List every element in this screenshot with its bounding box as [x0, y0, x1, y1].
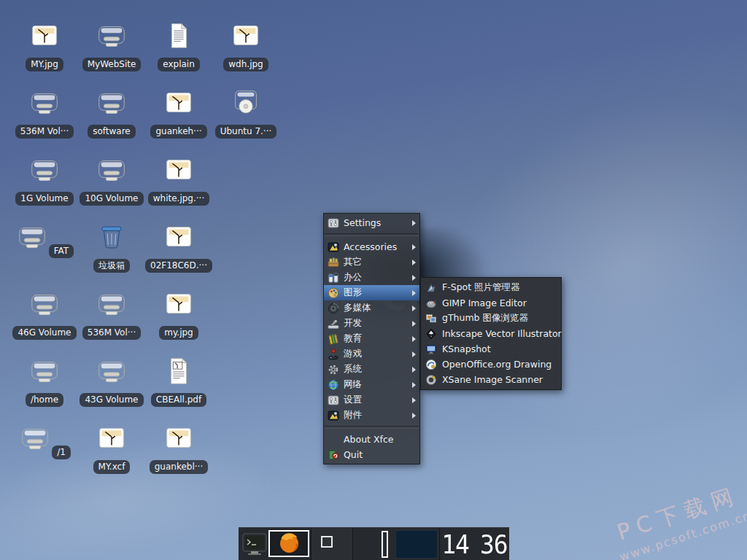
- desktop-icon-1g-volume[interactable]: 1G Volume: [11, 153, 78, 206]
- desktop-icon-label: MyWebSite: [82, 58, 142, 71]
- submenu-arrow-icon: [412, 260, 416, 265]
- desktop-icon-wdh-jpg[interactable]: wdh.jpg: [212, 19, 279, 71]
- desktop-icon-my-jpg-2[interactable]: my.jpg: [145, 287, 212, 340]
- settings-icon: [328, 394, 339, 406]
- ksnapshot-icon: [425, 343, 437, 355]
- desktop-icon-guankebl[interactable]: guankebl···: [145, 421, 212, 474]
- panel-handle[interactable]: [382, 531, 388, 558]
- desktop-icon-trash[interactable]: 垃圾箱: [78, 220, 145, 273]
- menu-item-education[interactable]: 教育: [324, 331, 419, 346]
- development-icon: [328, 318, 339, 330]
- gthumb-icon: [425, 313, 437, 324]
- games-icon: [328, 349, 339, 360]
- menu-item-settings[interactable]: Settings: [324, 215, 419, 230]
- desktop-icon-label: CBEAll.pdf: [151, 393, 206, 407]
- optical-drive-icon: [229, 86, 263, 120]
- desktop-icon-home[interactable]: /home: [11, 354, 78, 407]
- menu-item-office[interactable]: 办公: [324, 270, 419, 285]
- multimedia-icon: [328, 303, 339, 314]
- submenu-arrow-icon: [412, 367, 416, 373]
- desktop-icon-fat[interactable]: FAT: [11, 220, 78, 258]
- desktop-icon-label: /home: [26, 393, 63, 407]
- terminal-launcher-icon[interactable]: [241, 531, 268, 557]
- menu-item-quit[interactable]: Quit: [324, 447, 419, 462]
- submenu-arrow-icon: [412, 336, 416, 342]
- menu-item-multimedia[interactable]: 多媒体: [324, 300, 419, 316]
- desktop-icon-mywebsite[interactable]: MyWebSite: [78, 19, 145, 71]
- menu-item-network[interactable]: 网络: [324, 377, 419, 392]
- submenu-item-fspot[interactable]: F-Spot 照片管理器: [421, 280, 561, 295]
- desktop-icon-label: my.jpg: [159, 326, 198, 340]
- drive-icon: [95, 19, 128, 52]
- education-icon: [328, 333, 339, 345]
- desktop-icon-label: /1: [52, 446, 71, 459]
- accessories-icon: [328, 410, 339, 421]
- desktop-icon-536m-vol-2[interactable]: 536M Vol···: [78, 287, 145, 340]
- drive-icon: [28, 153, 61, 187]
- desktop-icon-02f18c6d[interactable]: 02F18C6D.···: [145, 220, 212, 273]
- desktop-icon-my-jpg[interactable]: MY.jpg: [11, 19, 78, 71]
- desktop-icon-white-jpg[interactable]: white.jpg.···: [145, 153, 212, 206]
- image-file-icon: [95, 421, 128, 455]
- menu-item-other[interactable]: 其它: [324, 254, 419, 270]
- image-file-icon: [229, 19, 263, 52]
- desktop-icon-my-xcf[interactable]: MY.xcf: [78, 421, 145, 474]
- submenu-arrow-icon: [412, 321, 416, 327]
- desktop-icon-explain[interactable]: explain: [145, 19, 212, 71]
- submenu-item-ksnapshot[interactable]: KSnapshot: [421, 341, 561, 357]
- submenu-item-openoffice-draw[interactable]: OpenOffice.org Drawing: [421, 357, 561, 372]
- desktop-icon-software[interactable]: software: [78, 86, 145, 139]
- panel-launcher-square[interactable]: [321, 536, 333, 548]
- desktop-icon-label: FAT: [49, 244, 74, 258]
- desktop-icon-label: 02F18C6D.···: [145, 259, 212, 273]
- menu-item-system[interactable]: 系统: [324, 362, 419, 377]
- toolbox-icon: [328, 257, 339, 268]
- watermark: PC下载网 www.pcsoft.com.cn: [594, 474, 747, 560]
- desktop-icon-46g-volume[interactable]: 46G Volume: [11, 287, 78, 340]
- submenu-arrow-icon: [412, 275, 416, 281]
- image-file-icon: [28, 19, 61, 52]
- network-globe-icon: [328, 379, 339, 391]
- menu-item-development[interactable]: 开发: [324, 316, 419, 331]
- menu-item-accessories[interactable]: Accessories: [324, 239, 419, 254]
- submenu-item-xsane[interactable]: XSane Image Scanner: [421, 372, 561, 387]
- desktop-icon-guankeh[interactable]: guankeh···: [145, 86, 212, 139]
- menu-item-graphics[interactable]: 图形: [324, 285, 419, 300]
- desktop-icon-label: MY.jpg: [26, 58, 63, 71]
- desktop-icon-label: 43G Volume: [80, 393, 143, 407]
- xsane-icon: [425, 374, 437, 386]
- menu-item-accessories-cn[interactable]: 附件: [324, 408, 419, 423]
- submenu-item-gthumb[interactable]: gThumb 图像浏览器: [421, 311, 561, 326]
- fspot-icon: [425, 282, 437, 294]
- firefox-launcher-button[interactable]: [268, 530, 309, 557]
- graphics-submenu: F-Spot 照片管理器 GIMP Image Editor gThumb 图像…: [420, 277, 562, 390]
- openoffice-draw-icon: [425, 359, 437, 370]
- system-gear-icon: [328, 364, 339, 376]
- pdf-file-icon: [162, 354, 196, 388]
- submenu-item-inkscape[interactable]: Inkscape Vector Illustrator: [421, 326, 561, 341]
- image-file-icon: [162, 220, 196, 254]
- submenu-item-gimp[interactable]: GIMP Image Editor: [421, 295, 561, 311]
- drive-icon: [95, 354, 128, 388]
- drive-icon: [28, 86, 61, 120]
- desktop-icon-cbeall-pdf[interactable]: CBEAll.pdf: [145, 354, 212, 407]
- submenu-arrow-icon: [412, 397, 416, 403]
- trash-icon: [95, 220, 128, 254]
- menu-item-about-xfce[interactable]: About Xfce: [324, 432, 419, 447]
- workspace-pager[interactable]: [395, 530, 438, 559]
- desktop-icon-label: 垃圾箱: [93, 259, 130, 273]
- desktop-icon-536m-vol-1[interactable]: 536M Vol···: [11, 86, 78, 139]
- desktop-icon-slash1[interactable]: /1: [11, 421, 78, 459]
- desktop-icon-label: white.jpg.···: [148, 192, 209, 206]
- desktop-icon-43g-volume[interactable]: 43G Volume: [78, 354, 145, 407]
- desktop-icon-10g-volume[interactable]: 10G Volume: [78, 153, 145, 206]
- menu-item-games[interactable]: 游戏: [324, 346, 419, 362]
- desktop-icon-label: software: [88, 125, 136, 139]
- image-file-icon: [162, 153, 196, 187]
- drive-icon: [95, 287, 128, 321]
- graphics-palette-icon: [328, 287, 339, 299]
- clock-minutes: 36: [480, 529, 508, 559]
- drive-icon: [15, 220, 49, 254]
- menu-item-settings-cn[interactable]: 设置: [324, 392, 419, 408]
- desktop-icon-ubuntu-7[interactable]: Ubuntu 7.···: [212, 86, 279, 139]
